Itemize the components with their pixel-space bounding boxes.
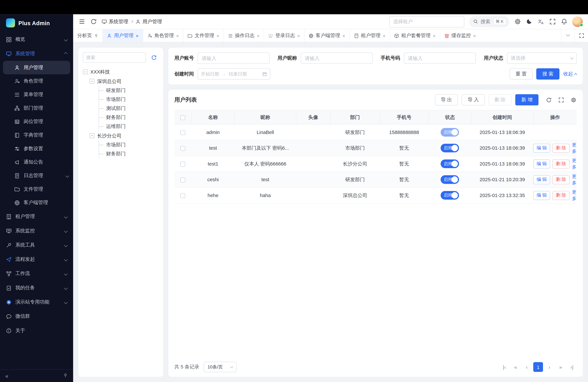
pin-icon[interactable]: [94, 34, 98, 38]
add-button[interactable]: 新 增: [515, 94, 538, 106]
row-checkbox[interactable]: [180, 146, 185, 151]
row-checkbox[interactable]: [180, 193, 185, 198]
sidebar-item-notice[interactable]: 通知公告: [0, 155, 73, 169]
tree-node-leaf[interactable]: 运维部门: [99, 122, 159, 131]
gear-icon[interactable]: [514, 18, 521, 25]
sidebar-item-role-mgmt[interactable]: 角色管理: [0, 74, 73, 88]
tree-node-leaf[interactable]: 财务部门: [99, 149, 159, 158]
status-toggle[interactable]: 启用: [441, 191, 459, 200]
tree-node-branch[interactable]: − 深圳总公司: [83, 77, 159, 86]
translate-icon[interactable]: 文A: [537, 18, 544, 25]
tree-node-leaf[interactable]: 市场部门: [99, 140, 159, 149]
sidebar-item-demo-features[interactable]: 演示站专用功能: [0, 295, 73, 309]
collapse-node-icon[interactable]: −: [90, 133, 95, 138]
edit-button[interactable]: 编 辑: [533, 175, 550, 184]
collapse-node-icon[interactable]: −: [83, 69, 88, 74]
row-delete-button[interactable]: 删 除: [553, 144, 569, 152]
account-input[interactable]: [198, 53, 270, 64]
tree-node-root[interactable]: − XXX科技: [83, 67, 159, 76]
more-button[interactable]: 更多: [572, 142, 577, 154]
edit-button[interactable]: 编 辑: [533, 159, 550, 168]
sidebar-item-dict-mgmt[interactable]: 字典管理: [0, 128, 73, 142]
table-row[interactable]: test1 仅本人 密码666666 长沙分公司 暂无 启用 2025-01-1…: [174, 156, 577, 171]
next-fast-icon[interactable]: »: [556, 362, 566, 372]
tab-client-mgmt[interactable]: 客户端管理 ×: [304, 29, 349, 42]
status-select[interactable]: 请选择: [507, 53, 577, 64]
row-delete-button[interactable]: 删 除: [553, 191, 569, 200]
sidebar-item-system-monitor[interactable]: 系统监控: [0, 224, 73, 238]
dark-mode-moon-icon[interactable]: [526, 18, 532, 25]
sidebar-item-overview[interactable]: 概览: [0, 32, 73, 46]
reset-button[interactable]: 重 置: [510, 68, 533, 80]
select-all-checkbox[interactable]: [180, 115, 185, 120]
status-toggle[interactable]: 启用: [441, 144, 459, 152]
tab-fullscreen-icon[interactable]: [574, 29, 588, 42]
prev-page-icon[interactable]: ‹: [522, 362, 532, 372]
sidebar-item-workflow[interactable]: 工作流: [0, 266, 73, 281]
first-page-icon[interactable]: |‹: [500, 362, 509, 372]
collapse-filters-link[interactable]: 收起: [563, 71, 577, 77]
tree-refresh-icon[interactable]: [149, 53, 159, 63]
edit-button[interactable]: 编 辑: [533, 191, 550, 200]
sidebar-item-user-mgmt[interactable]: 用户管理: [3, 61, 70, 74]
fullscreen-icon[interactable]: [549, 18, 556, 25]
row-delete-button[interactable]: 删 除: [553, 175, 569, 184]
date-range-picker[interactable]: 开始日期 → 结束日期: [198, 68, 270, 80]
page-size-select[interactable]: 10条/页: [204, 362, 237, 372]
nickname-input[interactable]: [301, 53, 373, 64]
table-fullscreen-icon[interactable]: [558, 96, 564, 103]
close-icon[interactable]: ×: [473, 33, 476, 38]
edit-button[interactable]: 编 辑: [533, 144, 550, 152]
sidebar-item-post-mgmt[interactable]: 岗位管理: [0, 115, 73, 128]
close-icon[interactable]: ×: [297, 33, 300, 38]
export-button[interactable]: 导 出: [435, 94, 458, 106]
tree-search-input[interactable]: [83, 52, 146, 63]
sidebar-item-file-mgmt[interactable]: 文件管理: [0, 182, 73, 196]
table-row[interactable]: hehe haha 深圳总公司 暂无 启用 2025-01-23 13:32:3…: [174, 187, 577, 203]
global-search[interactable]: 搜索 ⌘ K: [469, 16, 509, 27]
close-icon[interactable]: ×: [176, 33, 179, 38]
sidebar-item-menu-mgmt[interactable]: 菜单管理: [0, 88, 73, 101]
sidebar-item-log-mgmt[interactable]: 日志管理: [0, 169, 73, 183]
table-refresh-icon[interactable]: [545, 96, 552, 103]
last-page-icon[interactable]: ›|: [567, 362, 577, 372]
row-checkbox[interactable]: [180, 177, 185, 182]
app-logo[interactable]: Plus Admin: [0, 14, 73, 32]
more-button[interactable]: 更多: [572, 157, 577, 170]
status-toggle[interactable]: 启用: [441, 159, 459, 168]
tab-analysis[interactable]: 分析页: [73, 29, 103, 42]
breadcrumb-item-user-mgmt[interactable]: 用户管理: [135, 18, 162, 25]
close-icon[interactable]: ×: [216, 33, 219, 38]
table-row[interactable]: test 本部门及以下 密码6... 市场部门 暂无 启用 2025-01-13…: [174, 140, 577, 156]
sidebar-item-about[interactable]: 关于: [0, 323, 73, 338]
table-row[interactable]: ceshi test 研发部门 暂无 启用 2025-01-21 10:20:3…: [174, 172, 577, 187]
tab-login-log[interactable]: 登录日志 ×: [264, 29, 304, 42]
tab-file-mgmt[interactable]: 文件管理 ×: [183, 29, 223, 42]
tree-node-leaf[interactable]: 财务部门: [99, 113, 159, 122]
sidebar-item-param-settings[interactable]: 参数设置: [0, 142, 73, 155]
tab-cache-monitor[interactable]: 缓存监控 ×: [440, 29, 480, 42]
status-toggle[interactable]: 启用: [441, 128, 459, 137]
close-icon[interactable]: ×: [433, 33, 436, 38]
sidebar-item-system-tools[interactable]: 系统工具: [0, 238, 73, 252]
tree-node-leaf[interactable]: 测试部门: [99, 104, 159, 113]
user-avatar[interactable]: [572, 16, 583, 27]
pin-sidebar-icon[interactable]: [63, 373, 68, 379]
sidebar-item-tenant-mgmt[interactable]: 租户管理: [0, 210, 73, 224]
phone-input[interactable]: [404, 53, 476, 64]
sidebar-item-dept-mgmt[interactable]: 部门管理: [0, 101, 73, 115]
tab-role-mgmt[interactable]: 角色管理 ×: [143, 29, 183, 42]
table-row[interactable]: admin LinaBell 研发部门 15888888888 启用 2025-…: [174, 124, 577, 140]
close-icon[interactable]: ×: [136, 33, 139, 38]
tab-tenant-package-mgmt[interactable]: 租户套餐管理 ×: [390, 29, 440, 42]
delete-button[interactable]: 删 除: [488, 94, 512, 106]
bell-icon[interactable]: [561, 18, 567, 25]
sidebar-item-flow-start[interactable]: 流程发起: [0, 252, 73, 266]
tab-user-mgmt[interactable]: 用户管理 ×: [103, 29, 143, 42]
refresh-icon[interactable]: [90, 18, 97, 25]
close-icon[interactable]: ×: [342, 33, 345, 38]
row-checkbox[interactable]: [180, 162, 185, 167]
hamburger-menu-icon[interactable]: [78, 18, 85, 25]
prev-fast-icon[interactable]: «: [511, 362, 521, 372]
tab-operation-log[interactable]: 操作日志 ×: [223, 29, 264, 42]
